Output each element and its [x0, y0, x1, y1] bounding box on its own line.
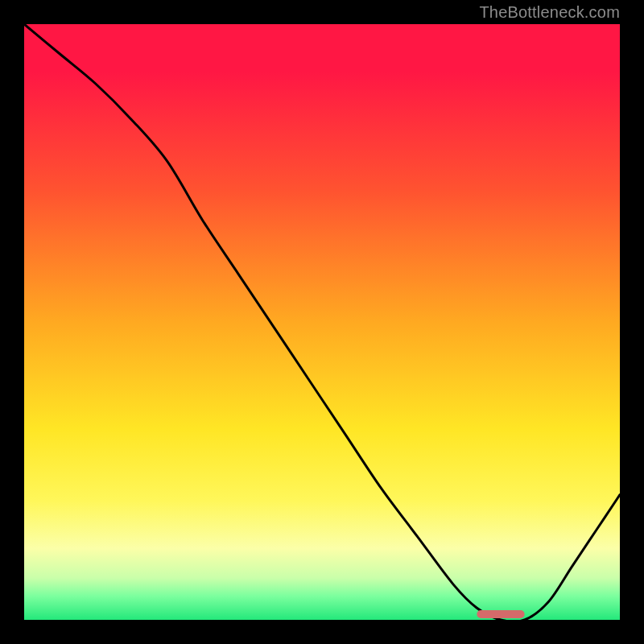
bottleneck-curve — [24, 24, 620, 620]
plot-area — [24, 24, 620, 620]
watermark-text: TheBottleneck.com — [479, 3, 620, 22]
curve-layer — [24, 24, 620, 620]
optimal-marker — [477, 610, 524, 618]
chart-frame: TheBottleneck.com — [0, 0, 644, 644]
